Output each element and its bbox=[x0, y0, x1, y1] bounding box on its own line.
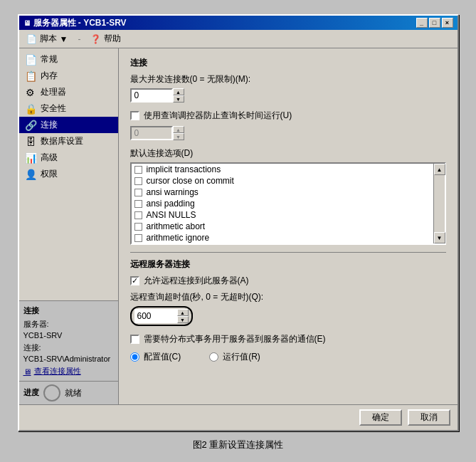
content-area: 📄 常规 📋 内存 ⚙ 处理器 🔒 安全性 🔗 连接 bbox=[19, 48, 458, 404]
maximize-button[interactable]: □ bbox=[429, 18, 440, 28]
sidebar-item-connection[interactable]: 🔗 连接 bbox=[19, 117, 118, 133]
permissions-icon: 👤 bbox=[25, 169, 36, 180]
max-connections-spinner: ▲ ▼ bbox=[130, 88, 446, 103]
query-governor-group: 使用查询调控器防止查询长时间运行(U) ▲ ▼ bbox=[130, 110, 446, 140]
menu-help[interactable]: ❓ 帮助 bbox=[86, 31, 125, 46]
sidebar-item-general[interactable]: 📄 常规 bbox=[19, 51, 118, 68]
timeout-spinner: ▲ ▼ bbox=[134, 309, 189, 323]
default-options-group: 默认连接选项(D) implicit transactions cursor c… bbox=[130, 147, 446, 245]
max-connections-spinner-btns: ▲ ▼ bbox=[173, 88, 184, 103]
radio-group: 配置值(C) 运行值(R) bbox=[130, 351, 446, 363]
listbox-label-5: arithmetic abort bbox=[147, 221, 206, 231]
sidebar-item-security[interactable]: 🔒 安全性 bbox=[19, 100, 118, 117]
remote-section-title: 远程服务器连接 bbox=[130, 258, 446, 271]
timeout-highlight: ▲ ▼ bbox=[130, 306, 193, 326]
radio-runtime-label: 运行值(R) bbox=[223, 351, 260, 363]
ok-button[interactable]: 确定 bbox=[359, 409, 402, 426]
sidebar-item-memory[interactable]: 📋 内存 bbox=[19, 68, 118, 84]
listbox-label-3: ansi padding bbox=[147, 199, 195, 209]
radio-runtime: 运行值(R) bbox=[209, 351, 260, 363]
menu-script[interactable]: 📄 脚本 ▼ bbox=[22, 31, 73, 46]
radio-config-input[interactable] bbox=[130, 352, 139, 362]
sidebar-server-value: YCB1-SRV bbox=[23, 331, 63, 340]
listbox-label-2: ansi warnings bbox=[147, 187, 199, 197]
query-governor-checkbox-container: 使用查询调控器防止查询长时间运行(U) bbox=[130, 110, 446, 122]
scroll-down-btn[interactable]: ▼ bbox=[434, 232, 445, 243]
distributed-container: 需要特分布式事务用于服务器到服务器的通信(E) bbox=[130, 333, 446, 345]
bottom-bar: 确定 取消 bbox=[19, 404, 458, 430]
listbox-checkbox-2 bbox=[134, 189, 142, 196]
minimize-button[interactable]: _ bbox=[416, 18, 428, 28]
server-properties-window: 🖥 服务器属性 - YCB1-SRV _ □ × 📄 脚本 ▼ - ❓ 帮助 📄 bbox=[18, 14, 459, 431]
window-title: 服务器属性 - YCB1-SRV bbox=[33, 17, 127, 29]
radio-runtime-input[interactable] bbox=[209, 352, 218, 362]
listbox-scrollbar: ▲ ▼ bbox=[433, 164, 445, 243]
title-bar: 🖥 服务器属性 - YCB1-SRV _ □ × bbox=[19, 16, 458, 30]
timeout-input[interactable] bbox=[134, 309, 177, 323]
listbox-item-6[interactable]: arithmetic ignore bbox=[132, 232, 433, 243]
database-icon: 🗄 bbox=[25, 136, 36, 147]
query-governor-up-btn: ▲ bbox=[173, 126, 184, 133]
title-icon: 🖥 bbox=[23, 19, 31, 27]
timeout-down-btn[interactable]: ▼ bbox=[177, 316, 189, 323]
listbox-item-0[interactable]: implicit transactions bbox=[132, 164, 433, 175]
status-text: 就绪 bbox=[65, 387, 82, 399]
sidebar-connection-info: 连接 服务器: YCB1-SRV 连接: YCB1-SRV\Administra… bbox=[19, 300, 118, 381]
sidebar-item-processor[interactable]: ⚙ 处理器 bbox=[19, 84, 118, 100]
status-section-title: 进度 bbox=[23, 387, 39, 398]
allow-remote-container: 允许远程连接到此服务器(A) bbox=[130, 275, 446, 287]
sidebar-label-processor: 处理器 bbox=[41, 86, 66, 98]
processor-icon: ⚙ bbox=[25, 87, 36, 98]
close-button[interactable]: × bbox=[442, 18, 453, 28]
listbox-label-0: implicit transactions bbox=[147, 164, 221, 174]
view-connection-link[interactable]: 🖥 查看连接属性 bbox=[23, 366, 114, 377]
remote-section: 远程服务器连接 允许远程连接到此服务器(A) 远程查询超时值(秒, 0 = 无超… bbox=[130, 258, 446, 345]
max-connections-up-btn[interactable]: ▲ bbox=[173, 88, 184, 95]
sidebar-item-database[interactable]: 🗄 数据库设置 bbox=[19, 133, 118, 149]
title-controls: _ □ × bbox=[416, 18, 453, 28]
sidebar-nav: 📄 常规 📋 内存 ⚙ 处理器 🔒 安全性 🔗 连接 bbox=[19, 48, 118, 300]
link-icon: 🖥 bbox=[23, 367, 31, 376]
sidebar-item-advanced[interactable]: 📊 高级 bbox=[19, 149, 118, 166]
query-governor-down-btn: ▼ bbox=[173, 133, 184, 140]
listbox-item-1[interactable]: cursor close on commit bbox=[132, 175, 433, 187]
status-circle bbox=[43, 384, 60, 401]
listbox-item-3[interactable]: ansi padding bbox=[132, 198, 433, 209]
query-governor-label: 使用查询调控器防止查询长时间运行(U) bbox=[144, 110, 292, 122]
general-icon: 📄 bbox=[25, 54, 36, 65]
distributed-checkbox[interactable] bbox=[130, 335, 139, 344]
help-icon: ❓ bbox=[90, 34, 101, 44]
menu-bar: 📄 脚本 ▼ - ❓ 帮助 bbox=[19, 30, 458, 48]
script-icon: 📄 bbox=[26, 34, 37, 44]
menu-separator: - bbox=[78, 34, 80, 44]
listbox-item-5[interactable]: arithmetic abort bbox=[132, 221, 433, 232]
query-governor-checkbox[interactable] bbox=[130, 111, 139, 120]
sidebar-label-permissions: 权限 bbox=[41, 168, 58, 180]
sidebar-login-value: YCB1-SRV\Administrator bbox=[23, 355, 111, 363]
advanced-icon: 📊 bbox=[25, 152, 36, 164]
security-icon: 🔒 bbox=[25, 103, 36, 115]
listbox-label-6: arithmetic ignore bbox=[147, 233, 210, 243]
sidebar-item-permissions[interactable]: 👤 权限 bbox=[19, 166, 118, 182]
sidebar-label-connection: 连接 bbox=[41, 119, 58, 131]
sidebar-label-security: 安全性 bbox=[41, 103, 66, 115]
main-panel: 连接 最大并发连接数(0 = 无限制)(M): ▲ ▼ 使用 bbox=[119, 48, 458, 404]
listbox-checkbox-0 bbox=[134, 166, 142, 174]
listbox-item-4[interactable]: ANSI NULLS bbox=[132, 209, 433, 221]
figure-caption: 图2 重新设置连接属性 bbox=[193, 439, 284, 451]
listbox-checkbox-1 bbox=[134, 177, 142, 185]
connection-icon: 🔗 bbox=[25, 120, 36, 131]
timeout-up-btn[interactable]: ▲ bbox=[177, 309, 189, 316]
scroll-up-btn[interactable]: ▲ bbox=[434, 164, 445, 175]
timeout-label: 远程查询超时值(秒, 0 = 无超时)(Q): bbox=[130, 291, 446, 303]
max-connections-label: 最大并发连接数(0 = 无限制)(M): bbox=[130, 73, 446, 85]
listbox-item-2[interactable]: ansi warnings bbox=[132, 187, 433, 198]
max-connections-input[interactable] bbox=[130, 88, 173, 103]
sidebar-label-advanced: 高级 bbox=[41, 152, 58, 164]
listbox-checkbox-3 bbox=[134, 200, 142, 208]
connection-section-title: 连接 bbox=[130, 57, 446, 69]
allow-remote-checkbox[interactable] bbox=[130, 276, 139, 285]
cancel-button[interactable]: 取消 bbox=[408, 409, 450, 426]
listbox-checkbox-5 bbox=[134, 223, 142, 231]
max-connections-down-btn[interactable]: ▼ bbox=[173, 95, 184, 103]
